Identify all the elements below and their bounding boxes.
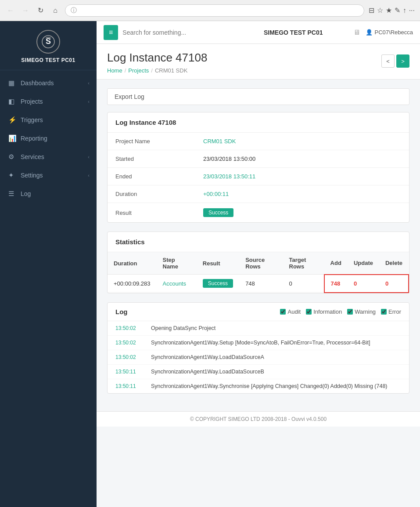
- breadcrumb-projects[interactable]: Projects: [128, 67, 149, 74]
- sidebar-logo: S SIMEGO TEST PC01: [0, 21, 97, 70]
- page-nav-buttons: < >: [381, 54, 409, 68]
- main-content: Log Instance 47108 Home / Projects / CRM…: [97, 44, 420, 507]
- filter-warning-checkbox[interactable]: [347, 309, 353, 315]
- more-icon[interactable]: ···: [409, 7, 415, 14]
- forward-button[interactable]: →: [20, 5, 31, 16]
- sidebar-nav: ▦ Dashboards ‹ ◧ Projects ‹ ⚡ Triggers 📊…: [0, 70, 97, 507]
- address-bar[interactable]: ⓘ: [65, 4, 364, 17]
- col-delete: Delete: [379, 252, 409, 275]
- result-badge: Success: [203, 208, 233, 217]
- log-message: SynchronizationAgent1Way.Setup [Mode=Syn…: [151, 340, 401, 346]
- projects-icon: ◧: [8, 98, 16, 105]
- field-value-result: Success: [195, 203, 409, 223]
- user-icon: 👤: [366, 29, 373, 36]
- log-instance-card-title: Log Instance 47108: [108, 112, 409, 133]
- address-info-icon: ⓘ: [71, 7, 77, 14]
- log-time: 13:50:02: [115, 354, 144, 360]
- reader-icon[interactable]: ⊟: [369, 6, 374, 14]
- col-result: Result: [197, 252, 239, 275]
- row-duration: +00:00:09.283: [108, 275, 157, 293]
- sidebar-item-triggers[interactable]: ⚡ Triggers: [0, 111, 97, 129]
- sidebar-label-dashboards: Dashboards: [21, 80, 83, 87]
- share-icon[interactable]: ↑: [403, 7, 406, 14]
- field-value-started: 23/03/2018 13:50:00: [195, 150, 409, 168]
- log-entries: 13:50:02 Opening DataSync Project 13:50:…: [108, 321, 409, 393]
- log-card-header: Log Audit Information: [108, 303, 409, 321]
- footer: © COPYRIGHT SIMEGO LTD 2008-2018 - Ouvvi…: [97, 411, 420, 427]
- duration-link[interactable]: +00:00:11: [203, 191, 229, 197]
- page-title: Log Instance 47108: [107, 51, 207, 65]
- back-button[interactable]: ←: [5, 5, 16, 16]
- filter-audit-label: Audit: [287, 308, 301, 315]
- field-duration: Duration +00:00:11: [108, 185, 409, 203]
- svg-text:S: S: [46, 37, 51, 46]
- sidebar-label-services: Services: [21, 153, 83, 160]
- col-add: Add: [324, 252, 348, 275]
- log-message: SynchronizationAgent1Way.Synchronise [Ap…: [151, 383, 401, 389]
- sidebar-label-settings: Settings: [21, 172, 83, 179]
- field-result: Result Success: [108, 203, 409, 223]
- col-update: Update: [348, 252, 379, 275]
- sidebar: S SIMEGO TEST PC01 ▦ Dashboards ‹ ◧ Proj…: [0, 21, 97, 507]
- topbar-right: 🖥 👤 PC07\Rebecca: [353, 29, 413, 36]
- filter-information[interactable]: Information: [306, 308, 342, 315]
- content-area: Export Log Log Instance 47108 Project Na…: [97, 80, 420, 411]
- field-label-result: Result: [108, 203, 195, 223]
- projects-arrow: ‹: [88, 99, 90, 104]
- ended-link[interactable]: 23/03/2018 13:50:11: [203, 173, 255, 180]
- log-entry: 13:50:11 SynchronizationAgent1Way.Synchr…: [108, 379, 409, 393]
- field-label-project-name: Project Name: [108, 133, 195, 150]
- monitor-icon: 🖥: [353, 29, 360, 36]
- log-time: 13:50:02: [115, 325, 144, 331]
- topbar-user: 👤 PC07\Rebecca: [366, 29, 413, 36]
- nav-next-button[interactable]: >: [396, 54, 409, 68]
- dashboards-arrow: ‹: [88, 80, 90, 86]
- project-name-link[interactable]: CRM01 SDK: [203, 138, 236, 145]
- row-update: 0: [348, 275, 379, 293]
- sidebar-item-projects[interactable]: ◧ Projects ‹: [0, 92, 97, 111]
- log-message: SynchronizationAgent1Way.LoadDataSourceB: [151, 369, 401, 375]
- sidebar-item-settings[interactable]: ✦ Settings ‹: [0, 166, 97, 185]
- user-label: PC07\Rebecca: [375, 29, 413, 36]
- log-message: Opening DataSync Project: [151, 325, 401, 331]
- log-entry: 13:50:02 SynchronizationAgent1Way.LoadDa…: [108, 350, 409, 365]
- breadcrumb-home[interactable]: Home: [107, 67, 122, 74]
- services-icon: ⚙: [8, 153, 16, 161]
- log-time: 13:50:11: [115, 369, 144, 375]
- page-header-inner: Log Instance 47108 Home / Projects / CRM…: [97, 44, 420, 79]
- breadcrumb: Home / Projects / CRM01 SDK: [107, 67, 207, 74]
- log-icon: ☰: [8, 190, 16, 198]
- nav-prev-button[interactable]: <: [381, 54, 395, 68]
- filter-error-checkbox[interactable]: [381, 309, 387, 315]
- sidebar-item-services[interactable]: ⚙ Services ‹: [0, 148, 97, 166]
- search-input[interactable]: [122, 26, 233, 39]
- collections-icon[interactable]: ★: [386, 6, 392, 14]
- filter-error-label: Error: [388, 308, 401, 315]
- step-name-link[interactable]: Accounts: [163, 280, 186, 287]
- triggers-icon: ⚡: [8, 116, 16, 124]
- row-result: Success: [197, 275, 239, 293]
- pen-icon[interactable]: ✎: [395, 6, 400, 14]
- filter-error[interactable]: Error: [381, 308, 401, 315]
- log-entry: 13:50:11 SynchronizationAgent1Way.LoadDa…: [108, 365, 409, 379]
- menu-button[interactable]: ≡: [104, 25, 118, 40]
- page-header-left: Log Instance 47108 Home / Projects / CRM…: [107, 51, 207, 74]
- statistics-card-body: Duration Step Name Result Source Rows Ta…: [108, 252, 409, 293]
- log-entry: 13:50:02 SynchronizationAgent1Way.Setup …: [108, 336, 409, 350]
- filter-warning[interactable]: Warning: [347, 308, 376, 315]
- sidebar-item-reporting[interactable]: 📊 Reporting: [0, 129, 97, 148]
- filter-audit[interactable]: Audit: [280, 308, 301, 315]
- filter-audit-checkbox[interactable]: [280, 309, 286, 315]
- sidebar-item-log[interactable]: ☰ Log: [0, 185, 97, 203]
- log-time: 13:50:11: [115, 383, 144, 389]
- stats-header-row: Duration Step Name Result Source Rows Ta…: [108, 252, 409, 275]
- refresh-button[interactable]: ↻: [35, 5, 46, 16]
- filter-information-checkbox[interactable]: [306, 309, 312, 315]
- home-button[interactable]: ⌂: [50, 5, 61, 16]
- field-value-project-name: CRM01 SDK: [195, 133, 409, 150]
- favorites-icon[interactable]: ☆: [377, 6, 383, 14]
- log-card-title: Log: [115, 308, 128, 315]
- sidebar-item-dashboards[interactable]: ▦ Dashboards ‹: [0, 74, 97, 92]
- statistics-table: Duration Step Name Result Source Rows Ta…: [108, 252, 409, 293]
- dashboards-icon: ▦: [8, 79, 16, 87]
